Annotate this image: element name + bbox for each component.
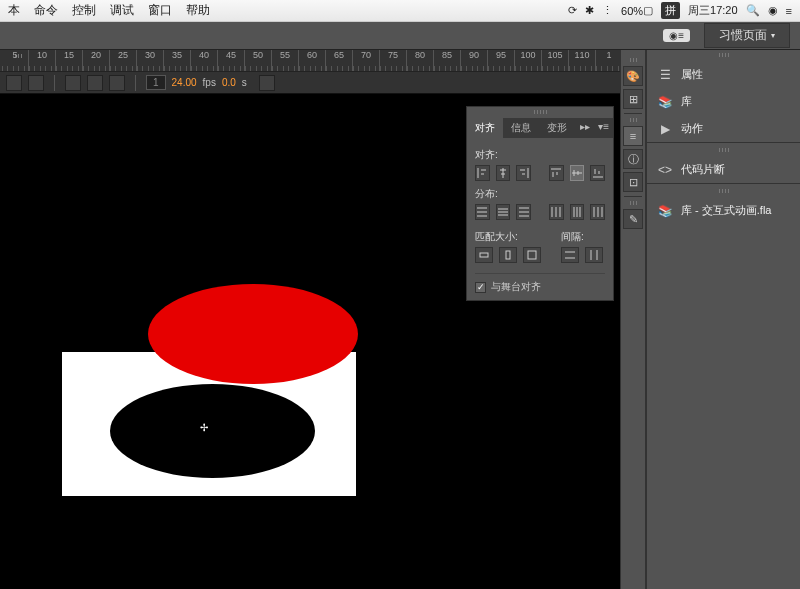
- center-frame-icon[interactable]: [6, 75, 22, 91]
- distribute-right-button[interactable]: [590, 204, 605, 220]
- svg-rect-0: [480, 253, 488, 257]
- ruler-tick: 25: [110, 50, 137, 72]
- ime-indicator[interactable]: 拼: [661, 2, 680, 19]
- black-ellipse[interactable]: [110, 384, 315, 478]
- loop-icon[interactable]: [28, 75, 44, 91]
- timeline-ruler[interactable]: 5 10 15 20 25 30 35 40 45 50 55 60 65 70…: [0, 50, 620, 72]
- tab-transform[interactable]: 变形: [539, 118, 575, 138]
- info-dock-icon[interactable]: ⓘ: [623, 149, 643, 169]
- ruler-tick: 30: [137, 50, 164, 72]
- align-right-button[interactable]: [516, 165, 531, 181]
- swatches-icon[interactable]: 🎨: [623, 66, 643, 86]
- ruler-tick: 55: [272, 50, 299, 72]
- match-both-button[interactable]: [523, 247, 541, 263]
- align-to-stage-checkbox[interactable]: ✓ 与舞台对齐: [475, 280, 605, 294]
- ruler-tick: 100: [515, 50, 542, 72]
- distribute-top-button[interactable]: [475, 204, 490, 220]
- match-width-button[interactable]: [475, 247, 493, 263]
- properties-icon: ☰: [657, 68, 673, 82]
- ruler-tick: 20: [83, 50, 110, 72]
- panel-menu-icon[interactable]: ▾≡: [594, 118, 613, 138]
- notification-icon[interactable]: ≡: [786, 5, 792, 17]
- distribute-bottom-button[interactable]: [516, 204, 531, 220]
- sync-icon: ⟳: [568, 4, 577, 17]
- align-left-button[interactable]: [475, 165, 490, 181]
- spacing-label: 间隔:: [561, 230, 603, 244]
- menu-control[interactable]: 控制: [72, 2, 96, 19]
- fps-value[interactable]: 24.00: [172, 77, 197, 88]
- ruler-tick: 5: [2, 50, 29, 72]
- ruler-tick: 35: [164, 50, 191, 72]
- onion-outline-icon[interactable]: [87, 75, 103, 91]
- workspace-switcher[interactable]: 习惯页面 ▾: [704, 23, 790, 48]
- ruler-tick: 95: [488, 50, 515, 72]
- panel-collapse-icon[interactable]: ▸▸: [576, 118, 594, 138]
- library-panel-item[interactable]: 📚 库: [647, 88, 800, 115]
- menu-text[interactable]: 本: [8, 2, 20, 19]
- checkbox-icon: ✓: [475, 282, 486, 293]
- ruler-tick: 85: [434, 50, 461, 72]
- spotlight-icon[interactable]: 🔍: [746, 4, 760, 17]
- timeline-options-icon[interactable]: [259, 75, 275, 91]
- ruler-tick: 40: [191, 50, 218, 72]
- align-to-stage-label: 与舞台对齐: [491, 280, 541, 294]
- align-hcenter-button[interactable]: [496, 165, 511, 181]
- match-height-button[interactable]: [499, 247, 517, 263]
- tab-align[interactable]: 对齐: [467, 118, 503, 138]
- current-frame-field[interactable]: 1: [146, 75, 166, 90]
- timeline-toolbar: 1 24.00 fps 0.0 s: [0, 72, 620, 94]
- match-size-label: 匹配大小:: [475, 230, 541, 244]
- actions-panel-item[interactable]: ▶ 动作: [647, 115, 800, 142]
- tab-info[interactable]: 信息: [503, 118, 539, 138]
- code-snippets-icon: <>: [657, 163, 673, 177]
- wifi-icon: ⋮: [602, 4, 613, 17]
- ruler-tick: 60: [299, 50, 326, 72]
- ruler-tick: 90: [461, 50, 488, 72]
- brush-dock-icon[interactable]: ✎: [623, 209, 643, 229]
- library-label: 库: [681, 94, 692, 109]
- actions-label: 动作: [681, 121, 703, 136]
- library-file-panel-item[interactable]: 📚 库 - 交互式动画.fla: [647, 197, 800, 224]
- edit-multiple-icon[interactable]: [109, 75, 125, 91]
- ruler-tick: 110: [569, 50, 596, 72]
- app-topbar: ◉≡ 习惯页面 ▾: [0, 22, 800, 50]
- code-snippets-panel-item[interactable]: <> 代码片断: [647, 156, 800, 183]
- ruler-tick: 80: [407, 50, 434, 72]
- library-icon: 📚: [657, 95, 673, 109]
- siri-icon[interactable]: ◉: [768, 4, 778, 17]
- space-vert-button[interactable]: [561, 247, 579, 263]
- align-bottom-button[interactable]: [590, 165, 605, 181]
- red-ellipse[interactable]: [148, 284, 358, 384]
- distribute-left-button[interactable]: [549, 204, 564, 220]
- properties-label: 属性: [681, 67, 703, 82]
- transform-dock-icon[interactable]: ⊡: [623, 172, 643, 192]
- distribute-vcenter-button[interactable]: [496, 204, 511, 220]
- space-horiz-button[interactable]: [585, 247, 603, 263]
- align-top-button[interactable]: [549, 165, 564, 181]
- ruler-tick: 45: [218, 50, 245, 72]
- distribute-hcenter-button[interactable]: [570, 204, 585, 220]
- align-dock-icon[interactable]: ≡: [623, 126, 643, 146]
- ruler-tick: 15: [56, 50, 83, 72]
- menu-help[interactable]: 帮助: [186, 2, 210, 19]
- properties-panel-item[interactable]: ☰ 属性: [647, 61, 800, 88]
- ruler-tick: 50: [245, 50, 272, 72]
- ruler-tick: 1: [596, 50, 620, 72]
- grid-icon[interactable]: ⊞: [623, 89, 643, 109]
- svg-rect-2: [528, 251, 536, 259]
- menu-window[interactable]: 窗口: [148, 2, 172, 19]
- right-panel: ☰ 属性 📚 库 ▶ 动作 <> 代码片断 📚 库 - 交互式动画.fla: [646, 50, 800, 589]
- fps-unit: fps: [203, 77, 216, 88]
- align-vcenter-button[interactable]: [570, 165, 585, 181]
- menu-debug[interactable]: 调试: [110, 2, 134, 19]
- clock: 周三17:20: [688, 3, 738, 18]
- onion-skin-icon[interactable]: [65, 75, 81, 91]
- ruler-tick: 65: [326, 50, 353, 72]
- user-icon: ✱: [585, 4, 594, 17]
- sync-settings-icon[interactable]: ◉≡: [663, 29, 690, 42]
- svg-rect-1: [506, 251, 510, 259]
- actions-icon: ▶: [657, 122, 673, 136]
- align-panel: 对齐 信息 变形 ▸▸ ▾≡ 对齐: 分布: 匹配大小:: [466, 106, 614, 301]
- menu-command[interactable]: 命令: [34, 2, 58, 19]
- library-file-icon: 📚: [657, 204, 673, 218]
